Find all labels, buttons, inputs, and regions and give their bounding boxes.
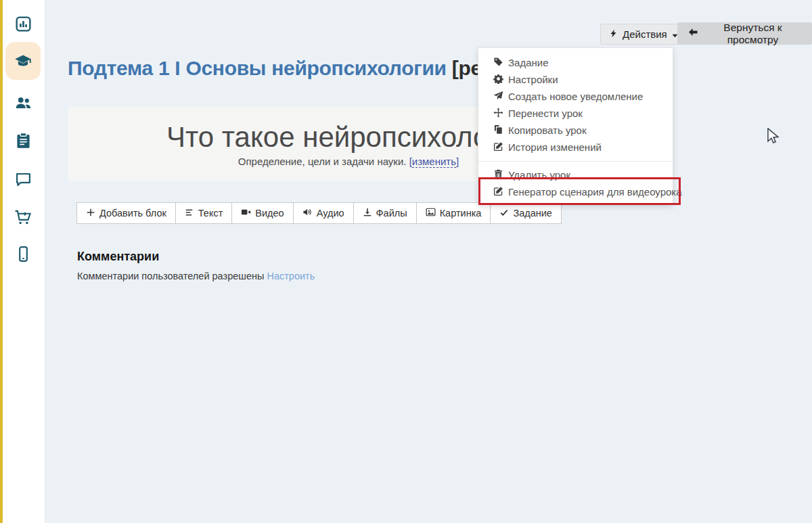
plus-icon [86,208,95,219]
graduation-cap-icon [14,53,32,73]
clipboard-icon [15,132,32,152]
actions-dropdown-menu: Задание Настройки Создать новое уведомле… [478,47,673,205]
image-icon [426,207,436,219]
add-files-button[interactable]: Файлы [353,202,417,224]
edit-icon [493,186,503,198]
menu-item-delete-lesson[interactable]: Удалить урок [478,166,673,183]
phone-icon [15,246,32,265]
download-icon [363,208,372,219]
comments-heading: Комментарии [77,250,315,264]
add-image-button[interactable]: Картинка [416,202,491,224]
tag-icon [493,57,503,69]
sidebar-item-shop[interactable] [3,208,43,229]
add-audio-button[interactable]: Аудио [293,202,354,224]
add-block-button[interactable]: Добавить блок [76,202,176,224]
sidebar-item-mobile[interactable] [3,246,43,265]
sidebar-item-tasks[interactable] [3,132,43,152]
menu-item-move-lesson[interactable]: Перенести урок [478,105,673,122]
comments-section: Комментарии Комментарии пользователей ра… [77,250,315,281]
page-title: Подтема 1 I Основы нейропсихологии [ред [68,57,495,80]
menu-item-create-notification[interactable]: Создать новое уведомление [478,88,673,105]
cart-plus-icon [14,208,32,229]
comments-status-text: Комментарии пользователей разрешены Наст… [77,271,315,281]
menu-divider [478,161,673,162]
menu-item-settings[interactable]: Настройки [478,71,673,88]
add-text-button[interactable]: Текст [175,202,233,224]
menu-item-copy-lesson[interactable]: Копировать урок [478,122,673,139]
app-window: Подтема 1 I Основы нейропсихологии [ред … [0,0,812,523]
sidebar-item-students[interactable] [3,95,43,114]
sidebar [0,0,45,523]
add-task-button[interactable]: Задание [490,202,562,224]
add-block-toolbar: Добавить блок Текст Видео Аудио Файлы [76,202,562,224]
sidebar-item-courses[interactable] [3,53,43,73]
add-video-button[interactable]: Видео [231,202,293,224]
copy-icon [493,124,503,137]
menu-item-change-history[interactable]: История изменений [478,139,673,156]
bar-chart-icon [15,16,32,35]
audio-icon [302,207,313,219]
mouse-cursor [767,128,781,147]
edit-lesson-link[interactable]: изменить [412,156,456,168]
lightning-icon [609,28,618,41]
move-icon [493,108,503,120]
back-to-view-button[interactable]: Вернуться к просмотру [677,22,812,45]
video-icon [241,207,251,219]
text-lines-icon [185,208,194,219]
send-icon [493,91,503,103]
actions-button[interactable]: Действия [600,24,687,45]
gear-icon [493,74,503,86]
menu-item-task[interactable]: Задание [478,54,673,71]
sidebar-item-messages[interactable] [3,170,43,190]
arrow-left-icon [687,27,698,40]
edit-icon [493,141,503,154]
trash-icon [493,169,503,181]
users-icon [15,95,32,114]
sidebar-item-stats[interactable] [3,16,43,35]
comments-settings-link[interactable]: Настроить [267,271,315,281]
menu-item-video-script-generator[interactable]: Генератор сценария для видеоурока [478,183,673,200]
lesson-title: Что такое нейропсихология [166,121,531,154]
chat-icon [15,170,32,190]
check-icon [499,208,509,219]
lesson-subtitle: Определение, цели и задачи науки. [измен… [238,156,459,167]
